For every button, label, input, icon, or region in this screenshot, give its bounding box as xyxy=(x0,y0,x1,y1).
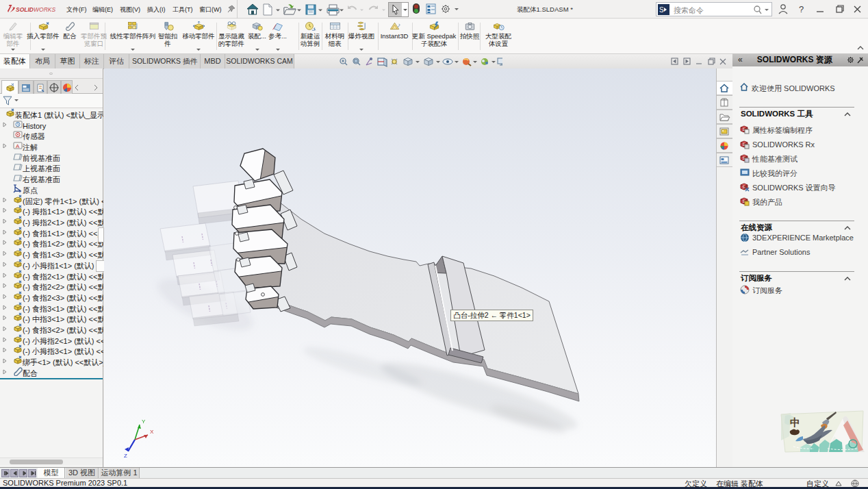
svg-text:S: S xyxy=(659,6,664,14)
svg-text:中: 中 xyxy=(790,416,800,428)
svg-text:?: ? xyxy=(799,4,804,14)
svg-text:Y: Y xyxy=(142,418,146,425)
svg-text:SOLID: SOLID xyxy=(16,6,34,13)
svg-text:A: A xyxy=(16,143,20,149)
svg-text:WORKS: WORKS xyxy=(34,6,55,13)
svg-text:X: X xyxy=(150,429,154,435)
svg-text:Z: Z xyxy=(124,453,127,459)
